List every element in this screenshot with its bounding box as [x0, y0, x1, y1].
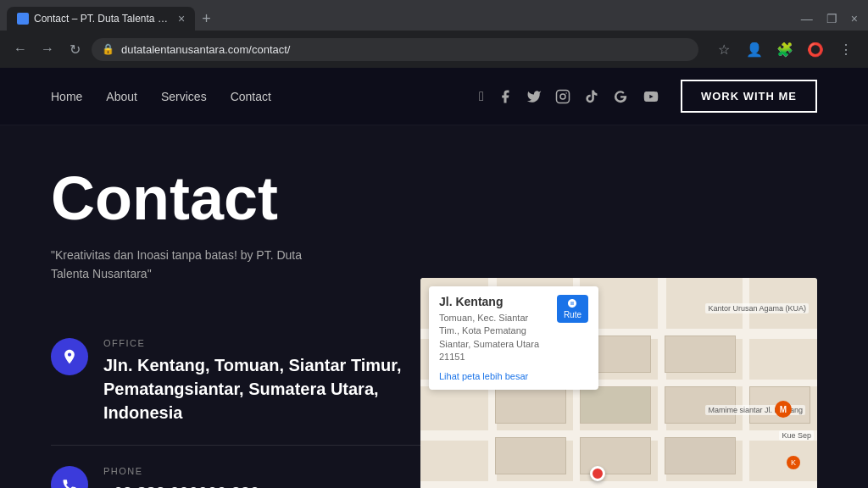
- phone-contact-item: PHONE +62 882 000000 330: [51, 446, 424, 488]
- youtube-icon[interactable]: [642, 89, 660, 104]
- profile2-button[interactable]: ⭕: [804, 37, 827, 61]
- forward-button[interactable]: →: [37, 39, 58, 59]
- back-button[interactable]: ←: [10, 39, 31, 59]
- restore-button[interactable]: ❐: [826, 12, 837, 25]
- svg-point-2: [565, 92, 567, 94]
- nav-home[interactable]: Home: [51, 90, 82, 103]
- page-subtitle: "Kreativitas dan Inoasi tanpa batas! by …: [51, 246, 339, 284]
- route-label: Rute: [564, 310, 581, 319]
- map-popup-address: Tomuan, Kec. Siantar Tim., Kota Pematang…: [439, 312, 550, 364]
- close-button[interactable]: ×: [851, 12, 858, 25]
- office-contact-item: OFFICE JIn. Kentang, Tomuan, Siantar Tim…: [51, 318, 424, 446]
- phone-value: +62 882 000000 330: [103, 481, 259, 488]
- office-info: OFFICE JIn. Kentang, Tomuan, Siantar Tim…: [103, 338, 424, 424]
- url-text: dutatalentanusantara.com/contact/: [121, 43, 688, 56]
- tab-title: Contact – PT. Duta Talenta Nus...: [34, 13, 170, 25]
- toolbar-icons: ☆ 👤 🧩 ⭕ ⋮: [712, 37, 858, 61]
- extensions-button[interactable]: 🧩: [773, 37, 797, 61]
- tab-favicon: [17, 13, 29, 25]
- profile-button[interactable]: 👤: [743, 37, 766, 61]
- facebook-icon[interactable]: [498, 89, 513, 104]
- window-controls: — ❐ ×: [801, 12, 861, 25]
- phone-icon: [61, 476, 78, 488]
- contact-section: OFFICE JIn. Kentang, Tomuan, Siantar Tim…: [51, 318, 424, 488]
- map-background: Kantor Urusan Agama (KUA) Mamime siantar…: [420, 278, 817, 488]
- website-content: Home About Services Contact  WORK WITH …: [0, 68, 868, 488]
- nav-about[interactable]: About: [106, 90, 137, 103]
- browser-tab[interactable]: Contact – PT. Duta Talenta Nus... ×: [7, 7, 195, 30]
- map-label-kua: Kantor Urusan Agama (KUA): [705, 303, 809, 313]
- lock-icon: 🔒: [102, 43, 114, 55]
- menu-button[interactable]: ⋮: [834, 37, 858, 61]
- browser-chrome: Contact – PT. Duta Talenta Nus... × + — …: [0, 0, 868, 68]
- nav-contact[interactable]: Contact: [231, 90, 271, 103]
- map-popup: Jl. Kentang Tomuan, Kec. Siantar Tim., K…: [429, 286, 598, 390]
- poi-marker-1: M: [775, 401, 792, 418]
- office-label: OFFICE: [103, 338, 424, 348]
- location-pin: [590, 466, 605, 481]
- twitter-icon[interactable]: [526, 89, 542, 104]
- browser-toolbar: ← → ↻ 🔒 dutatalentanusantara.com/contact…: [0, 30, 868, 68]
- phone-info: PHONE +62 882 000000 330: [103, 466, 259, 488]
- map-label-kue: Kue Sep: [779, 430, 814, 441]
- tiktok-icon[interactable]: [584, 89, 599, 104]
- office-icon-circle: [51, 338, 88, 375]
- svg-point-1: [560, 94, 565, 99]
- address-bar[interactable]: 🔒 dutatalentanusantara.com/contact/: [92, 38, 698, 61]
- minimize-button[interactable]: —: [801, 12, 813, 25]
- tab-close-button[interactable]: ×: [178, 12, 185, 25]
- navbar: Home About Services Contact  WORK WITH …: [0, 68, 868, 125]
- new-tab-button[interactable]: +: [195, 10, 218, 28]
- facebook-icon[interactable]: : [479, 89, 484, 104]
- tab-bar: Contact – PT. Duta Talenta Nus... × + — …: [0, 0, 868, 30]
- office-value: JIn. Kentang, Tomuan, Siantar Timur, Pem…: [103, 353, 424, 424]
- google-icon[interactable]: [613, 89, 628, 104]
- svg-rect-0: [556, 90, 569, 103]
- nav-links: Home About Services Contact: [51, 90, 271, 103]
- map-popup-title: Jl. Kentang: [439, 295, 550, 308]
- page-title: Contact: [51, 168, 817, 229]
- bookmark-button[interactable]: ☆: [712, 37, 736, 61]
- main-content: Contact "Kreativitas dan Inoasi tanpa ba…: [0, 125, 868, 488]
- instagram-icon[interactable]: [555, 89, 570, 104]
- map-container[interactable]: Kantor Urusan Agama (KUA) Mamime siantar…: [420, 278, 817, 488]
- refresh-button[interactable]: ↻: [64, 39, 85, 59]
- nav-services[interactable]: Services: [161, 90, 207, 103]
- work-with-me-button[interactable]: WORK WITH ME: [681, 80, 817, 113]
- nav-social-icons: : [479, 89, 660, 104]
- phone-label: PHONE: [103, 466, 259, 476]
- phone-icon-circle: [51, 466, 88, 488]
- poi-marker-2: K: [787, 456, 800, 469]
- map-popup-link[interactable]: Lihat peta lebih besar: [439, 371, 550, 381]
- route-button[interactable]: Rute: [557, 295, 588, 323]
- map-pin-icon: [61, 348, 78, 365]
